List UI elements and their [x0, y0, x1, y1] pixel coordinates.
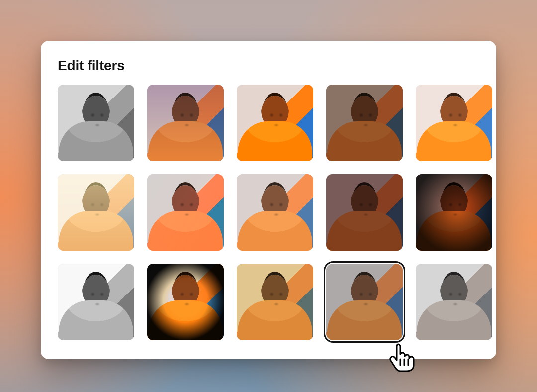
portrait-preview [326, 174, 403, 251]
filter-thumb-dark-red[interactable] [326, 174, 403, 251]
portrait-preview [237, 85, 313, 161]
portrait-preview [416, 85, 492, 161]
portrait-preview [147, 174, 224, 251]
filter-thumb-vignette-spot[interactable] [147, 264, 224, 340]
filter-thumb-black-white[interactable] [58, 264, 134, 340]
filter-thumb-yellow-tone[interactable] [237, 264, 313, 340]
filter-thumb-bright-vivid[interactable] [416, 85, 492, 161]
filter-thumb-teal-orange[interactable] [147, 174, 224, 251]
portrait-preview [416, 174, 492, 251]
portrait-preview [147, 264, 224, 340]
filter-thumb-warm-purple[interactable] [147, 85, 224, 161]
filter-thumb-sepia-dark[interactable] [326, 85, 403, 161]
portrait-preview [416, 264, 492, 340]
filter-thumb-soft[interactable] [237, 174, 313, 251]
filter-thumb-soft-yellow[interactable] [58, 174, 134, 251]
portrait-preview [58, 85, 134, 161]
portrait-preview [58, 264, 134, 340]
filter-thumb-deep-red[interactable] [416, 174, 492, 251]
filter-thumb-grayscale[interactable] [58, 85, 134, 161]
portrait-preview [237, 174, 313, 251]
filters-panel: Edit filters [41, 41, 496, 359]
portrait-preview [237, 264, 313, 340]
filters-grid [58, 85, 479, 340]
portrait-preview [326, 85, 403, 161]
filter-thumb-vivid[interactable] [237, 85, 313, 161]
portrait-preview [147, 85, 224, 161]
portrait-preview [58, 174, 134, 251]
portrait-preview [326, 264, 403, 340]
panel-title: Edit filters [58, 58, 479, 74]
filter-thumb-cool-muted[interactable] [326, 264, 403, 340]
filter-thumb-desaturated[interactable] [416, 264, 492, 340]
